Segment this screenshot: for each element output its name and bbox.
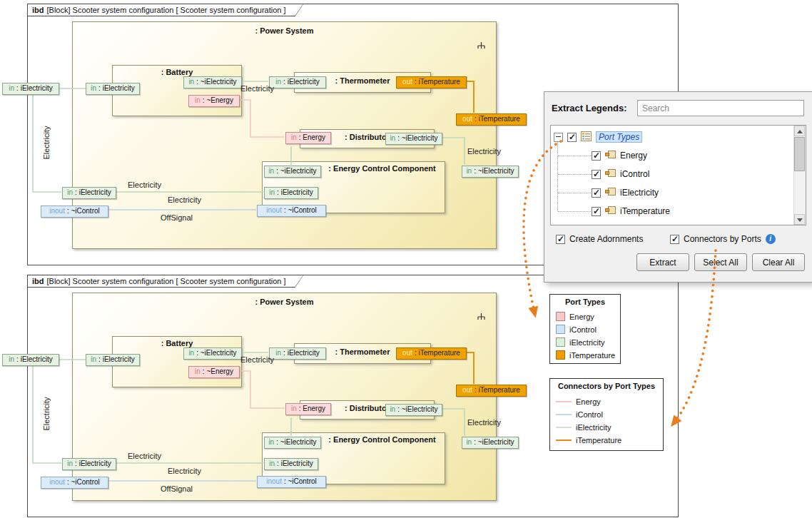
create-adornments-label: Create Adornments — [569, 234, 643, 244]
diagram-frame-tab[interactable]: ibd[Block] Scooter system configuration … — [27, 275, 304, 288]
port-thermometer-out-itemperature[interactable]: out: iTemperature — [396, 347, 467, 360]
connector-label-electricity[interactable]: Electricity — [240, 355, 274, 364]
diagram-frame-tab[interactable]: ibd[Block] Scooter system configuration … — [27, 4, 304, 16]
connector-label-electricity[interactable]: Electricity — [168, 195, 201, 204]
port-type-label: : Energy — [299, 133, 325, 141]
port-ecc-in-tilde-ielectricity[interactable]: in: ~iElectricity — [264, 166, 321, 178]
clear-all-button[interactable]: Clear All — [752, 253, 805, 271]
info-icon[interactable] — [766, 234, 776, 244]
frame-title-label: [Block] Scooter system configuration [ S… — [47, 277, 286, 285]
port-battery-in-tilde-ielectricity[interactable]: in: ~iElectricity — [183, 76, 242, 88]
port-distributor-in-energy[interactable]: in: Energy — [285, 403, 331, 415]
port-thermometer-in-ielectricity[interactable]: in: iElectricity — [269, 76, 326, 88]
connectors-by-port-types-legend[interactable]: Connectors by Port Types Energy iControl… — [549, 378, 664, 451]
tree-item-label-ielectricity[interactable]: iElectricity — [620, 188, 659, 198]
internal-structure-icon — [477, 39, 486, 52]
legend-title: Port Types — [550, 295, 620, 306]
port-ecc-in-tilde-ielectricity[interactable]: in: ~iElectricity — [264, 437, 321, 449]
port-battery-in-ielectricity[interactable]: in: iElectricity — [86, 83, 140, 95]
port-powersystem-inout-icontrol[interactable]: inout: ~iControl — [41, 205, 108, 218]
connector-label-electricity[interactable]: Electricity — [240, 84, 274, 93]
connector-label-electricity[interactable]: Electricity — [467, 147, 501, 156]
connector-label-offsignal[interactable]: OffSignal — [161, 213, 193, 222]
port-boundary-out-itemperature[interactable]: out: iTemperature — [456, 113, 527, 126]
port-ecc-inout-icontrol[interactable]: inout: ~iControl — [257, 205, 326, 217]
port-distributor-in-tilde-ielectricity[interactable]: in: ~iElectricity — [385, 133, 442, 145]
port-powersystem-in-ielectricity[interactable]: in: iElectricity — [62, 458, 116, 470]
search-input[interactable] — [637, 100, 804, 116]
create-adornments-checkbox[interactable] — [556, 235, 565, 244]
port-direction-label: in — [269, 459, 275, 467]
port-direction-label: in — [390, 134, 395, 142]
connectors-by-ports-option[interactable]: Connectors by Ports — [670, 234, 776, 244]
icontrol-checkbox[interactable] — [592, 170, 601, 179]
port-direction-label: in — [275, 78, 281, 86]
legend-item: iTemperature — [556, 350, 615, 360]
collapse-expander-icon[interactable] — [554, 133, 563, 142]
connector-label-electricity[interactable]: Electricity — [42, 117, 51, 168]
tree-item-label-icontrol[interactable]: iControl — [620, 169, 649, 179]
port-ecc-in-ielectricity[interactable]: in: iElectricity — [264, 187, 318, 199]
legend-item-label: iElectricity — [576, 423, 611, 432]
port-thermometer-out-itemperature[interactable]: out: iTemperature — [396, 76, 467, 88]
create-adornments-option[interactable]: Create Adornments — [556, 234, 643, 244]
legend-item-label: Energy — [576, 397, 601, 406]
port-boundary-out-itemperature[interactable]: out: iTemperature — [456, 385, 527, 397]
tree-item-energy[interactable]: Energy — [592, 148, 647, 163]
connector-label-electricity[interactable]: Electricity — [42, 388, 51, 440]
itemperature-checkbox[interactable] — [592, 207, 601, 216]
port-ecc-in-ielectricity[interactable]: in: iElectricity — [264, 458, 318, 470]
port-battery-in-ielectricity[interactable]: in: iElectricity — [86, 354, 140, 366]
port-boundary-in-tilde-ielectricity[interactable]: in: ~iElectricity — [462, 437, 519, 449]
port-types-legend[interactable]: Port Types Energy iControl iElectricity … — [549, 294, 621, 364]
port-battery-in-tilde-energy[interactable]: in: ~Energy — [188, 95, 240, 107]
connectors-by-ports-checkbox[interactable] — [670, 235, 679, 244]
port-boundary-in-tilde-ielectricity[interactable]: in: ~iElectricity — [462, 166, 519, 178]
tree-scrollbar[interactable] — [793, 126, 806, 225]
port-powersystem-in-ielectricity[interactable]: in: iElectricity — [62, 187, 116, 199]
tree-item-label-port-types[interactable]: Port Types — [596, 131, 642, 143]
tree-guide-line — [558, 193, 591, 193]
frame-kind-label: ibd — [32, 277, 44, 285]
connector-label-electricity[interactable]: Electricity — [128, 181, 161, 189]
port-type-label: : iElectricity — [277, 459, 313, 467]
select-all-button[interactable]: Select All — [694, 253, 747, 271]
tree-item-port-types[interactable]: Port Types — [554, 129, 642, 145]
port-frame-in-ielectricity[interactable]: in: iElectricity — [2, 354, 59, 366]
port-direction-label: in — [466, 167, 472, 175]
line-swatch — [556, 414, 572, 415]
scroll-down-icon[interactable] — [794, 214, 805, 225]
power-system-block[interactable]: : Power System : Battery : Thermometer :… — [72, 21, 497, 249]
power-system-block[interactable]: : Power System : Battery : Thermometer :… — [72, 293, 497, 501]
tree-item-label-energy[interactable]: Energy — [620, 151, 647, 161]
port-direction-label: in — [188, 78, 194, 86]
port-type-label: : iElectricity — [98, 84, 135, 92]
ielectricity-checkbox[interactable] — [592, 188, 601, 198]
scroll-up-icon[interactable] — [794, 126, 805, 136]
connector-label-electricity[interactable]: Electricity — [467, 418, 501, 427]
port-distributor-in-energy[interactable]: in: Energy — [285, 132, 331, 144]
port-ecc-inout-icontrol[interactable]: inout: ~iControl — [257, 476, 326, 488]
legend-item-label: iElectricity — [569, 338, 605, 347]
tree-item-ielectricity[interactable]: iElectricity — [592, 185, 659, 200]
tree-item-icontrol[interactable]: iControl — [592, 166, 649, 182]
tree-item-label-itemperature[interactable]: iTemperature — [620, 206, 670, 216]
port-type-label: : ~iElectricity — [276, 438, 316, 446]
port-types-checkbox[interactable] — [567, 133, 577, 142]
energy-checkbox[interactable] — [592, 151, 601, 161]
port-thermometer-in-ielectricity[interactable]: in: iElectricity — [269, 347, 326, 360]
port-frame-in-ielectricity[interactable]: in: iElectricity — [2, 83, 59, 95]
connector-label-electricity[interactable]: Electricity — [128, 452, 161, 460]
scrollbar-thumb[interactable] — [794, 137, 805, 171]
port-battery-in-tilde-energy[interactable]: in: ~Energy — [188, 366, 240, 378]
extract-button[interactable]: Extract — [636, 253, 689, 271]
connector-label-electricity[interactable]: Electricity — [168, 467, 201, 475]
port-powersystem-inout-icontrol[interactable]: inout: ~iControl — [41, 477, 108, 489]
connector-label-offsignal[interactable]: OffSignal — [161, 484, 193, 493]
tree-item-itemperature[interactable]: iTemperature — [592, 203, 670, 219]
port-distributor-in-tilde-ielectricity[interactable]: in: ~iElectricity — [385, 404, 442, 416]
port-direction-label: in — [67, 188, 73, 196]
port-battery-in-tilde-ielectricity[interactable]: in: ~iElectricity — [183, 347, 242, 360]
port-type-icon — [605, 205, 616, 217]
port-type-icon — [605, 187, 616, 198]
